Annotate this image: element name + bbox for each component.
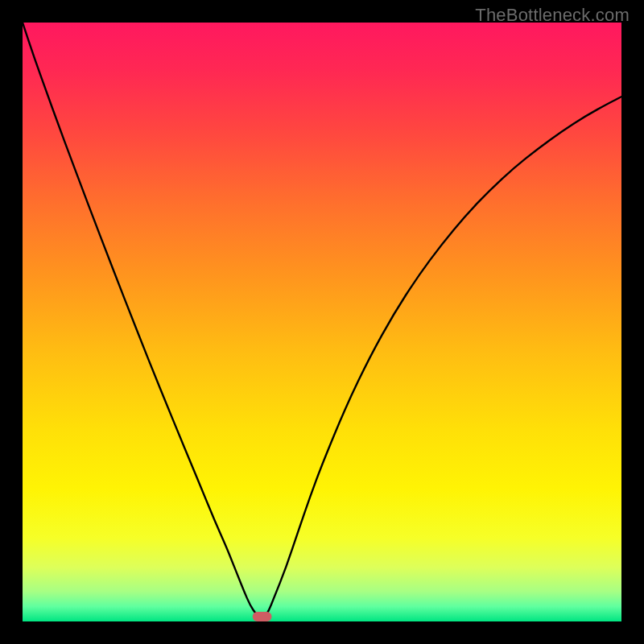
chart-svg — [23, 23, 621, 621]
watermark-text: TheBottleneck.com — [475, 5, 630, 26]
bottleneck-marker — [253, 612, 272, 621]
gradient-background — [23, 23, 621, 621]
plot-area — [23, 23, 621, 621]
bottleneck-marker-rect — [253, 612, 272, 621]
chart-frame: TheBottleneck.com — [0, 0, 644, 644]
